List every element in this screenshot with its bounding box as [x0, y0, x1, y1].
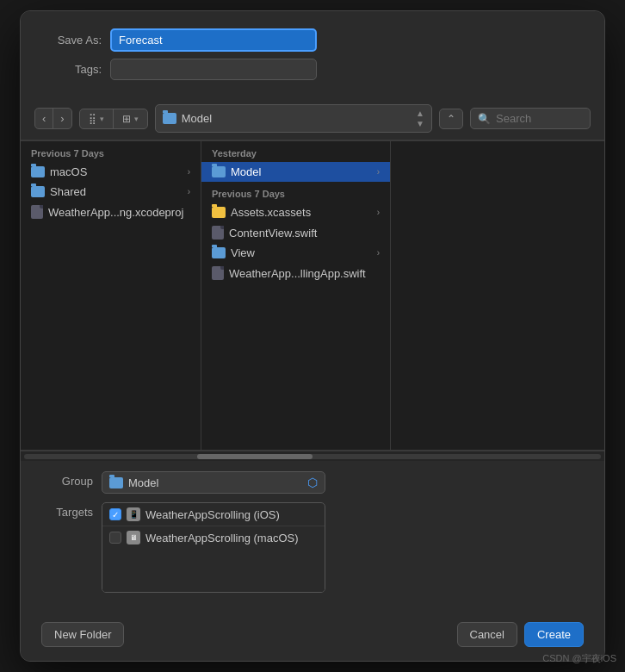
list-item[interactable]: View ›	[201, 243, 390, 263]
list-item[interactable]: WeatherApp...llingApp.swift	[201, 263, 390, 283]
list-item[interactable]: Shared ›	[21, 182, 201, 202]
list-item[interactable]: WeatherApp...ng.xcodeproj	[21, 202, 201, 222]
new-folder-button[interactable]: New Folder	[41, 622, 124, 647]
save-dialog: Save As: Tags: ‹ › ⣿ ▾ ⊞ ▾ Model	[20, 10, 605, 662]
target-name-macos: WeatherAppScrolling (macOS)	[145, 532, 299, 544]
icons-view-button[interactable]: ⊞ ▾	[113, 109, 147, 128]
scroll-area	[21, 451, 604, 461]
item-name: Assets.xcassets	[231, 206, 311, 219]
group-row: Group Model ⬡	[41, 471, 584, 494]
list-item[interactable]: macOS ›	[21, 162, 201, 182]
item-name: View	[231, 246, 255, 259]
scroll-thumb[interactable]	[197, 454, 312, 459]
location-label: Model	[182, 112, 212, 125]
location-folder-icon	[163, 113, 176, 124]
group-folder-icon	[109, 477, 123, 488]
location-dropdown[interactable]: Model ▲ ▼	[155, 104, 432, 133]
folder-icon	[31, 166, 45, 177]
targets-row: Targets ✓ 📱 WeatherAppScrolling (iOS) 🖥 …	[41, 502, 584, 593]
icons-view-icon: ⊞	[122, 113, 131, 125]
dropdown-arrows: ▲ ▼	[416, 109, 424, 128]
file-icon	[212, 226, 224, 240]
item-name: WeatherApp...ng.xcodeproj	[48, 206, 183, 219]
search-input[interactable]	[496, 112, 583, 125]
item-name: ContentView.swift	[229, 227, 317, 240]
dialog-bottom-form: Group Model ⬡ Targets ✓ 📱 WeatherAppScro…	[21, 461, 604, 612]
mid-section-previous: Previous 7 Days	[201, 182, 390, 202]
folder-icon	[31, 186, 45, 197]
chevron-right-icon: ›	[377, 167, 380, 177]
view-button-group: ⣿ ▾ ⊞ ▾	[79, 109, 148, 129]
tags-label: Tags:	[41, 63, 110, 76]
item-name: Shared	[50, 185, 86, 198]
save-as-row: Save As:	[41, 28, 584, 52]
columns-view-button[interactable]: ⣿ ▾	[80, 109, 113, 128]
dialog-top-form: Save As: Tags:	[21, 11, 604, 97]
group-label: Group	[41, 471, 102, 488]
icons-arrow: ▾	[134, 115, 139, 123]
scroll-track[interactable]	[24, 454, 601, 459]
forward-button[interactable]: ›	[53, 109, 71, 128]
targets-extra-space	[102, 549, 325, 592]
folder-icon	[212, 247, 226, 258]
item-name: Model	[231, 165, 261, 178]
browser-area: Previous 7 Days macOS › Shared › Weather…	[21, 140, 604, 451]
targets-label: Targets	[41, 502, 102, 519]
target-checkbox-macos[interactable]	[109, 532, 121, 544]
left-column: Previous 7 Days macOS › Shared › Weather…	[21, 141, 201, 450]
expand-button[interactable]: ⌃	[439, 109, 463, 129]
target-checkbox-ios[interactable]: ✓	[109, 508, 121, 520]
list-item[interactable]: Model ›	[201, 162, 390, 182]
target-name-ios: WeatherAppScrolling (iOS)	[145, 508, 280, 521]
save-as-input[interactable]	[110, 28, 317, 52]
group-value: Model	[128, 476, 158, 489]
chevron-right-icon: ›	[377, 208, 380, 217]
chevron-right-icon: ›	[188, 187, 190, 196]
list-item[interactable]: ✓ 📱 WeatherAppScrolling (iOS)	[102, 503, 325, 526]
search-icon: 🔍	[478, 113, 491, 125]
file-icon	[31, 205, 43, 219]
back-button[interactable]: ‹	[35, 109, 53, 128]
dialog-buttons: New Folder Cancel Create	[21, 612, 604, 661]
save-as-label: Save As:	[41, 34, 110, 47]
folder-icon	[212, 166, 226, 177]
tags-row: Tags:	[41, 59, 584, 80]
left-section-header: Previous 7 Days	[21, 141, 201, 162]
right-column	[391, 141, 604, 450]
columns-arrow: ▾	[100, 115, 104, 123]
macos-target-icon: 🖥	[127, 531, 140, 544]
right-button-group: Cancel Create	[457, 622, 585, 647]
cancel-button[interactable]: Cancel	[457, 622, 517, 647]
columns-icon: ⣿	[89, 113, 96, 125]
group-dropdown[interactable]: Model ⬡	[102, 471, 325, 494]
item-name: macOS	[50, 165, 87, 178]
chevron-right-icon: ›	[377, 248, 380, 258]
search-box[interactable]: 🔍	[470, 108, 591, 129]
list-item[interactable]: Assets.xcassets ›	[201, 202, 390, 222]
chevron-right-icon: ›	[188, 167, 190, 177]
group-dropdown-arrow: ⬡	[307, 476, 318, 489]
folder-icon	[212, 207, 226, 218]
targets-list: ✓ 📱 WeatherAppScrolling (iOS) 🖥 WeatherA…	[102, 502, 325, 593]
mid-column: Yesterday Model › Previous 7 Days Assets…	[201, 141, 391, 450]
file-icon	[212, 266, 224, 280]
mid-section-yesterday: Yesterday	[201, 141, 390, 162]
nav-button-group: ‹ ›	[34, 108, 72, 129]
list-item[interactable]: 🖥 WeatherAppScrolling (macOS)	[102, 526, 325, 549]
toolbar: ‹ › ⣿ ▾ ⊞ ▾ Model ▲ ▼ ⌃ 🔍	[21, 97, 604, 140]
list-item[interactable]: ContentView.swift	[201, 222, 390, 243]
create-button[interactable]: Create	[524, 622, 584, 647]
tags-input[interactable]	[110, 59, 317, 80]
ios-target-icon: 📱	[127, 507, 140, 521]
item-name: WeatherApp...llingApp.swift	[229, 267, 366, 280]
watermark: CSDN @宇夜iOS	[542, 652, 616, 665]
